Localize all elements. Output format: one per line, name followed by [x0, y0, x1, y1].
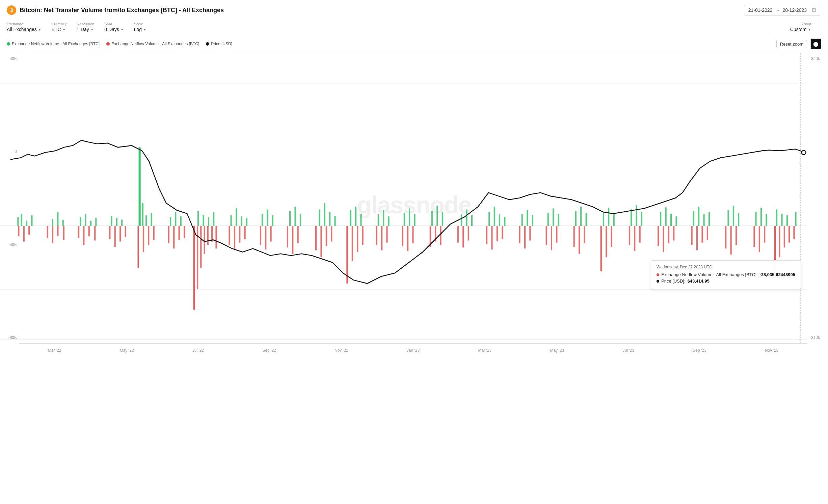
- svg-rect-84: [703, 214, 705, 226]
- svg-rect-100: [52, 226, 53, 243]
- sma-dropdown[interactable]: 0 Days ▼: [104, 27, 124, 32]
- svg-point-195: [802, 151, 806, 155]
- exchange-label: Exchange: [7, 22, 42, 26]
- resolution-dropdown[interactable]: 1 Day ▼: [77, 27, 94, 32]
- svg-rect-48: [383, 210, 384, 226]
- y-label-40k: 40K: [2, 56, 17, 61]
- svg-rect-11: [62, 220, 64, 226]
- currency-control: Currency BTC ▼: [52, 22, 67, 32]
- svg-rect-52: [414, 214, 416, 226]
- y-axis-left: 40K 0 -40K -80K: [0, 53, 19, 343]
- svg-rect-7: [26, 221, 27, 226]
- svg-rect-38: [294, 207, 296, 226]
- svg-rect-90: [760, 208, 762, 226]
- svg-rect-8: [31, 215, 32, 226]
- svg-rect-104: [83, 226, 84, 245]
- svg-rect-139: [331, 226, 332, 242]
- date-range-picker[interactable]: 21-01-2022 → 28-12-2023 🗓: [744, 5, 821, 16]
- svg-rect-144: [376, 226, 377, 245]
- svg-rect-172: [629, 226, 630, 245]
- svg-rect-156: [486, 226, 487, 244]
- tooltip-label-netflow: Exchange Netflow Volume - All Exchanges …: [661, 272, 757, 277]
- svg-rect-60: [494, 207, 495, 226]
- svg-rect-50: [404, 213, 405, 226]
- chevron-down-icon: ▼: [121, 28, 124, 31]
- y-label-neg40k: -40K: [2, 242, 17, 247]
- sma-control: SMA 0 Days ▼: [104, 22, 124, 32]
- svg-rect-61: [499, 214, 500, 226]
- x-axis: Mar '22 May '22 Jul '22 Sep '22 Nov '22 …: [19, 343, 808, 357]
- svg-rect-12: [80, 217, 81, 226]
- svg-rect-44: [350, 210, 351, 226]
- svg-rect-106: [94, 226, 96, 240]
- chart-svg: [0, 53, 828, 357]
- page-header: ₿ Bitcoin: Net Transfer Volume from/to E…: [0, 0, 828, 19]
- calendar-icon[interactable]: 🗓: [811, 7, 817, 13]
- x-label-sep22: Sep '22: [262, 348, 276, 353]
- y-label-0: 0: [2, 149, 17, 154]
- svg-rect-82: [693, 211, 694, 226]
- svg-rect-155: [468, 226, 469, 240]
- legend-item-green: Exchange Netflow Volume - All Exchanges …: [7, 42, 100, 46]
- svg-rect-163: [546, 226, 547, 245]
- chevron-down-icon: ▼: [808, 28, 811, 31]
- svg-rect-53: [431, 211, 433, 226]
- svg-rect-193: [793, 226, 795, 239]
- svg-rect-112: [143, 226, 144, 252]
- tooltip-row-price: Price [USD]: $43,414.95: [657, 278, 795, 284]
- svg-rect-109: [119, 226, 121, 242]
- svg-rect-124: [211, 226, 213, 242]
- svg-rect-140: [346, 226, 348, 284]
- svg-rect-123: [207, 226, 209, 245]
- svg-rect-126: [229, 226, 230, 245]
- svg-rect-73: [608, 208, 609, 226]
- svg-rect-159: [502, 226, 503, 239]
- chart-container[interactable]: glassnode: [0, 53, 828, 357]
- svg-rect-16: [111, 216, 112, 226]
- svg-rect-63: [522, 214, 523, 226]
- exchange-dropdown[interactable]: All Exchanges ▼: [7, 27, 42, 32]
- svg-rect-17: [116, 218, 117, 226]
- svg-rect-177: [668, 226, 669, 243]
- tooltip-value-netflow: -28,035.62448995: [759, 272, 795, 277]
- svg-rect-180: [696, 226, 698, 250]
- svg-rect-26: [197, 211, 199, 226]
- svg-rect-160: [519, 226, 520, 243]
- svg-rect-59: [488, 212, 490, 226]
- svg-rect-30: [231, 215, 232, 226]
- svg-rect-147: [402, 226, 403, 246]
- svg-rect-81: [675, 216, 677, 226]
- svg-rect-125: [215, 226, 217, 248]
- scale-dropdown[interactable]: Log ▼: [134, 27, 146, 32]
- svg-rect-20: [142, 203, 143, 226]
- camera-button[interactable]: ⬤: [810, 38, 821, 49]
- bitcoin-icon: ₿: [7, 5, 16, 15]
- svg-rect-119: [193, 226, 195, 310]
- zoom-control: Zoom Custom ▼: [790, 22, 811, 32]
- x-label-jan23: Jan '23: [407, 348, 420, 353]
- svg-rect-149: [412, 226, 413, 243]
- svg-rect-75: [631, 209, 632, 226]
- chart-legend: Exchange Netflow Volume - All Exchanges …: [0, 35, 828, 53]
- svg-rect-154: [462, 226, 464, 247]
- svg-rect-153: [457, 226, 459, 243]
- svg-rect-18: [121, 219, 123, 226]
- svg-rect-184: [730, 226, 732, 255]
- svg-rect-33: [246, 218, 247, 226]
- svg-rect-115: [168, 226, 169, 243]
- svg-rect-107: [109, 226, 110, 239]
- svg-rect-114: [153, 226, 155, 240]
- svg-rect-179: [691, 226, 693, 245]
- svg-rect-65: [532, 215, 533, 226]
- legend-label-price: Price [USD]: [211, 42, 232, 46]
- svg-rect-13: [85, 214, 86, 226]
- zoom-dropdown[interactable]: Custom ▼: [790, 27, 811, 32]
- legend-item-price: Price [USD]: [206, 42, 232, 46]
- svg-rect-182: [707, 226, 708, 240]
- svg-rect-6: [21, 214, 22, 226]
- svg-rect-31: [236, 208, 237, 226]
- svg-rect-10: [57, 212, 58, 226]
- legend-label-green: Exchange Netflow Volume - All Exchanges …: [12, 42, 100, 46]
- reset-zoom-button[interactable]: Reset zoom: [776, 40, 807, 48]
- currency-dropdown[interactable]: BTC ▼: [52, 27, 67, 32]
